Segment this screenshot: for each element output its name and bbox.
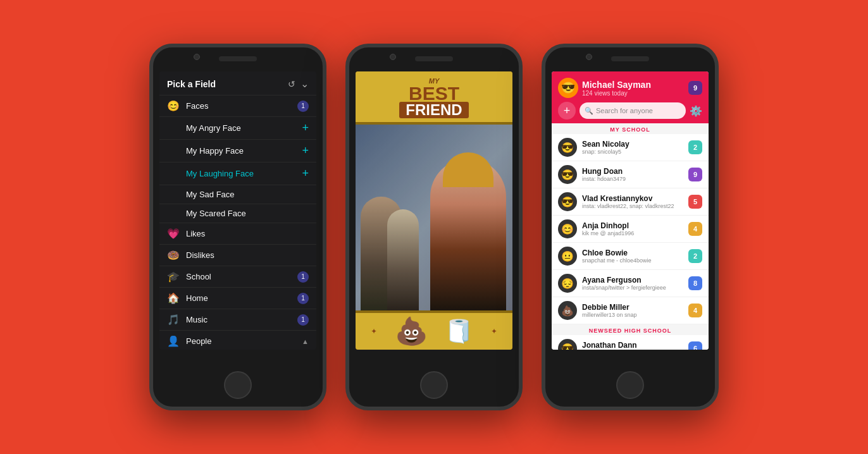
home-icon: 🏠 — [167, 292, 180, 304]
music-label: Music — [186, 315, 297, 324]
list-item-sad-face[interactable]: My Sad Face — [159, 185, 316, 204]
list-item-happy-face[interactable]: My Happy Face + — [159, 140, 316, 163]
user-avatar: 😎 — [558, 78, 578, 98]
list-item-likes[interactable]: 💗 Likes — [159, 223, 316, 245]
people-chevron-icon: ▲ — [302, 338, 309, 345]
phone-camera — [194, 54, 200, 60]
list-item-scared-face[interactable]: My Scared Face — [159, 204, 316, 223]
list-item-faces[interactable]: 😊 Faces 1 — [159, 95, 316, 117]
add-laughing-face-icon[interactable]: + — [302, 167, 309, 180]
phone-2: MY BEST FRIEND ✦ 💩 🧻 ✦ — [345, 44, 523, 410]
user-info: Michael Sayman 124 views today — [582, 80, 651, 97]
scared-face-label: My Scared Face — [186, 209, 309, 218]
best-text: BEST — [409, 85, 459, 102]
ayana-info: Ayana Ferguson insta/snap/twitter > ferg… — [582, 276, 683, 291]
anja-avatar: 😊 — [558, 219, 577, 238]
contact-debbie[interactable]: 💩 Debbie Miller millerwiller13 on snap 4 — [552, 297, 709, 324]
header-icons: ↺ ⌄ — [288, 78, 309, 90]
sean-info: Sean Nicolay snap: snicolay5 — [582, 140, 683, 155]
add-button[interactable]: + — [558, 102, 576, 120]
debbie-name: Debbie Miller — [582, 303, 683, 312]
hung-info: Hung Doan insta: hdoan3479 — [582, 167, 683, 182]
list-item-music[interactable]: 🎵 Music 1 — [159, 309, 316, 331]
profile-row: 😎 Michael Sayman 124 views today 9 — [558, 78, 702, 98]
contact-jonathan[interactable]: 😎 Jonathan Dann musically: jdann344 6 — [552, 335, 709, 350]
contact-sean-nicolay[interactable]: 😎 Sean Nicolay snap: snicolay5 2 — [552, 134, 709, 161]
friend-text: FRIEND — [399, 102, 468, 118]
vlad-avatar: 😎 — [558, 192, 577, 211]
school-icon: 🎓 — [167, 271, 180, 283]
laughing-face-label: My Laughing Face — [186, 169, 302, 178]
sean-score: 2 — [688, 140, 702, 154]
anja-info: Anja Dinhopl kik me @ anjad1996 — [582, 221, 683, 236]
phone1-list: 😊 Faces 1 My Angry Face + My Happy Face … — [159, 95, 316, 348]
search-row: + 🔍 Search for anyone ⚙️ — [558, 102, 702, 120]
school-badge: 1 — [297, 271, 309, 283]
faces-badge: 1 — [297, 101, 309, 112]
refresh-icon[interactable]: ↺ — [288, 79, 295, 89]
debbie-avatar: 💩 — [558, 301, 577, 320]
phone-1-screen: Pick a Field ↺ ⌄ 😊 Faces 1 My Angry Face… — [159, 71, 316, 350]
list-item-people[interactable]: 👤 People ▲ — [159, 331, 316, 348]
chloe-avatar: 😐 — [558, 247, 577, 266]
faces-label: Faces — [186, 101, 297, 111]
phone-2-camera — [390, 54, 396, 60]
search-box[interactable]: 🔍 Search for anyone — [580, 102, 686, 119]
phone2-content: MY BEST FRIEND ✦ 💩 🧻 ✦ — [356, 71, 512, 350]
anja-sub: kik me @ anjad1996 — [582, 230, 683, 236]
jonathan-name: Jonathan Dann — [582, 341, 683, 350]
pick-a-field-title: Pick a Field — [167, 79, 216, 89]
home-button-3[interactable] — [616, 371, 644, 399]
debbie-sub: millerwiller13 on snap — [582, 312, 683, 318]
chloe-score: 2 — [688, 249, 702, 263]
happy-face-label: My Happy Face — [186, 146, 302, 156]
anja-name: Anja Dinhopl — [582, 221, 683, 230]
user-name: Michael Sayman — [582, 80, 651, 90]
settings-icon[interactable]: ⚙️ — [690, 105, 702, 117]
sean-avatar: 😎 — [558, 138, 577, 157]
contact-vlad[interactable]: 😎 Vlad Krestiannykov insta: vladkrest22,… — [552, 188, 709, 216]
list-item-laughing-face[interactable]: My Laughing Face + — [159, 163, 316, 185]
vlad-name: Vlad Krestiannykov — [582, 194, 683, 203]
contact-chloe[interactable]: 😐 Chloe Bowie snapchat me - chloe4bowie … — [552, 243, 709, 270]
home-badge: 1 — [297, 293, 309, 304]
home-button-2[interactable] — [420, 371, 448, 399]
contact-hung-doan[interactable]: 😎 Hung Doan insta: hdoan3479 9 — [552, 161, 709, 188]
phone2-photo — [356, 125, 512, 310]
contact-anja[interactable]: 😊 Anja Dinhopl kik me @ anjad1996 4 — [552, 216, 709, 243]
chloe-info: Chloe Bowie snapchat me - chloe4bowie — [582, 248, 683, 264]
list-item-dislikes[interactable]: 🍩 Dislikes — [159, 245, 316, 266]
list-item-angry-face[interactable]: My Angry Face + — [159, 117, 316, 140]
contact-ayana[interactable]: 😔 Ayana Ferguson insta/snap/twitter > fe… — [552, 270, 709, 297]
search-placeholder-text: Search for anyone — [596, 107, 653, 114]
list-item-home[interactable]: 🏠 Home 1 — [159, 288, 316, 309]
ayana-avatar: 😔 — [558, 274, 577, 293]
phone-2-screen: MY BEST FRIEND ✦ 💩 🧻 ✦ — [356, 71, 512, 350]
add-angry-face-icon[interactable]: + — [302, 121, 309, 135]
likes-label: Likes — [186, 229, 309, 238]
chloe-sub: snapchat me - chloe4bowie — [582, 257, 683, 264]
search-icon: 🔍 — [585, 107, 593, 115]
dislikes-icon: 🍩 — [167, 249, 180, 261]
chevron-down-icon[interactable]: ⌄ — [301, 78, 309, 90]
notification-badge[interactable]: 9 — [688, 81, 702, 95]
hung-sub: insta: hdoan3479 — [582, 176, 683, 182]
jonathan-score: 6 — [688, 341, 702, 350]
poop-emoji: 💩 — [395, 318, 428, 345]
angry-face-label: My Angry Face — [186, 123, 302, 133]
phone-3-camera — [586, 54, 592, 60]
school-label: School — [186, 272, 297, 281]
phone2-title-area: MY BEST FRIEND — [356, 71, 512, 125]
debbie-info: Debbie Miller millerwiller13 on snap — [582, 303, 683, 318]
phone1-header: Pick a Field ↺ ⌄ — [159, 71, 316, 95]
home-button-1[interactable] — [224, 371, 252, 399]
ayana-sub: insta/snap/twitter > fergiefergieee — [582, 285, 683, 291]
user-views: 124 views today — [582, 90, 651, 97]
music-badge: 1 — [297, 314, 309, 326]
phone-3: 😎 Michael Sayman 124 views today 9 + 🔍 S… — [542, 44, 719, 410]
likes-icon: 💗 — [167, 228, 180, 240]
add-happy-face-icon[interactable]: + — [302, 144, 309, 157]
list-item-school[interactable]: 🎓 School 1 — [159, 266, 316, 288]
hung-score: 9 — [688, 168, 702, 181]
sean-name: Sean Nicolay — [582, 140, 683, 149]
